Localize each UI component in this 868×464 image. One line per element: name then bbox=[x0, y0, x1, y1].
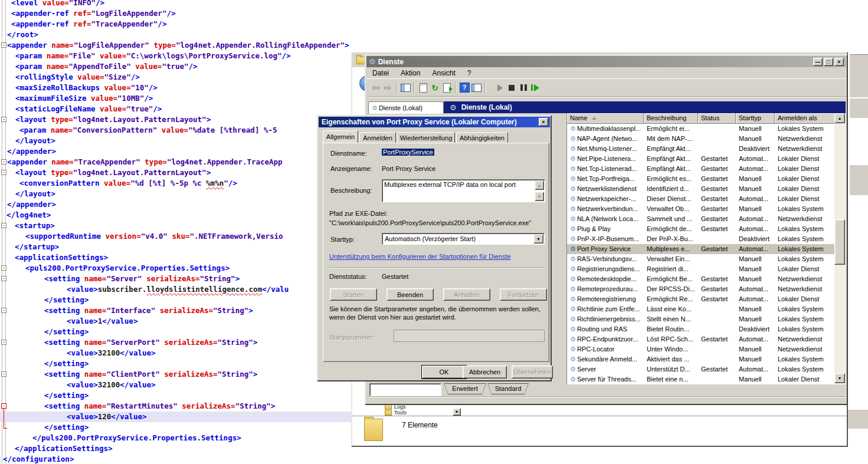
start-service-icon[interactable] bbox=[494, 83, 506, 93]
dialog-title-bar[interactable]: Eigenschaften von Port Proxy Service (Lo… bbox=[319, 117, 550, 127]
tab-wiederherstellung[interactable]: Wiederherstellung bbox=[397, 132, 455, 143]
starten-button[interactable]: Starten bbox=[330, 288, 377, 301]
close-button[interactable]: × bbox=[834, 58, 844, 66]
service-row[interactable]: ⚙ServerUnterstützt D...GestartetAutomat.… bbox=[567, 364, 835, 374]
column-header-anmelden[interactable]: Anmelden als bbox=[775, 113, 835, 124]
anhalten-button[interactable]: Anhalten bbox=[443, 288, 490, 301]
starttyp-combobox[interactable]: Automatisch (Verzögerter Start) ▼ bbox=[382, 233, 545, 245]
back-icon[interactable]: ⇦ bbox=[370, 83, 382, 93]
explorer-folder-item[interactable]: Tools bbox=[385, 410, 461, 416]
fold-toggle-icon[interactable]: - bbox=[1, 42, 6, 48]
service-row[interactable]: ⚙Net.Pipe-Listenera...Empfängt Akt...Ges… bbox=[567, 154, 835, 164]
code-line: <value>120</value> bbox=[0, 412, 352, 422]
table-scrollbar[interactable]: ▲ ▼ bbox=[834, 113, 845, 383]
console-tree-icon[interactable] bbox=[399, 83, 411, 93]
service-row[interactable]: ⚙Remoteprozedurau...Der RPCSS-Di...Gesta… bbox=[567, 284, 835, 294]
menu-ansicht[interactable]: Ansicht bbox=[426, 69, 461, 77]
help-icon[interactable]: ? bbox=[458, 83, 470, 93]
fold-toggle-icon[interactable]: - bbox=[1, 340, 6, 345]
service-row[interactable]: ⚙RemoteregistrierungErmöglicht Re...Gest… bbox=[567, 294, 835, 304]
service-row[interactable]: ⚙NAP-Agent (Netwo...Mit dem NAP-...Manue… bbox=[567, 134, 835, 144]
fold-toggle-icon[interactable]: - bbox=[1, 117, 6, 122]
service-row[interactable]: ⚙NLA (Network Loca...Sammelt und ...Gest… bbox=[567, 214, 835, 224]
service-row[interactable]: ⚙Richtlinienergebniss...Stellt einen N..… bbox=[567, 314, 835, 324]
abbrechen-button[interactable]: Abbrechen bbox=[463, 366, 507, 379]
scroll-down-icon[interactable]: ▼ bbox=[535, 192, 544, 201]
refresh-icon[interactable]: ↻ bbox=[429, 83, 441, 93]
startoptions-help-link[interactable]: Unterstützung beim Konfigurieren der Sta… bbox=[329, 253, 511, 260]
maximize-button[interactable]: □ bbox=[824, 58, 833, 66]
fold-toggle-icon[interactable]: - bbox=[1, 159, 6, 164]
service-row[interactable]: ⚙Server für Threads...Bietet eine n...Ma… bbox=[567, 374, 835, 384]
service-cell: ⚙RPC-Endpunktzuor... bbox=[567, 334, 644, 344]
service-cell: Lokaler Dienst bbox=[775, 264, 835, 274]
service-row[interactable]: ⚙Net.Tcp-Portfreiga...Ermöglicht es...Ge… bbox=[567, 174, 835, 184]
service-row[interactable]: ⚙Sekundäre Anmeld...Aktiviert das ...Man… bbox=[567, 354, 835, 364]
tab-standard[interactable]: Standard bbox=[487, 383, 529, 394]
service-row[interactable]: ⚙Netzwerkverbindun...Verwaltet Ob...Gest… bbox=[567, 204, 835, 214]
export-list-icon[interactable] bbox=[441, 83, 453, 93]
stop-service-icon[interactable] bbox=[506, 83, 517, 93]
console-tree-tab[interactable]: ⚙ Dienste (Lokal) bbox=[368, 101, 444, 114]
service-gear-icon: ⚙ bbox=[570, 135, 576, 142]
scroll-up-button[interactable]: ▲ bbox=[834, 113, 845, 123]
show-window-icon[interactable] bbox=[470, 83, 482, 93]
service-row[interactable]: ⚙Registrierungsdiens...Registriert di...… bbox=[567, 264, 835, 274]
tab-erweitert[interactable]: Erweitert bbox=[444, 383, 486, 394]
menu-datei[interactable]: Datei bbox=[366, 69, 395, 77]
close-icon[interactable]: × bbox=[539, 118, 548, 126]
menu-hilfe[interactable]: ? bbox=[461, 69, 477, 77]
service-row[interactable]: ⚙Netzwerkspeicher-...Dieser Dienst...Ges… bbox=[567, 194, 835, 204]
tab-abhaengigkeiten[interactable]: Abhängigkeiten bbox=[456, 132, 508, 143]
uebernehmen-button[interactable]: Übernehmen bbox=[512, 366, 553, 379]
minimize-button[interactable]: — bbox=[813, 58, 823, 66]
scrollbar-thumb[interactable] bbox=[834, 219, 845, 265]
service-row[interactable]: ⚙Port Proxy ServiceMultiplexes e...Gesta… bbox=[567, 244, 835, 254]
service-row[interactable]: ⚙Remotedesktopdie...Ermöglicht Be...Gest… bbox=[567, 274, 835, 284]
scroll-up-icon[interactable]: ▲ bbox=[535, 180, 544, 190]
column-header-starttyp[interactable]: Starttyp bbox=[736, 113, 775, 124]
service-row[interactable]: ⚙NetzwerklistendienstIdentifiziert d...G… bbox=[567, 184, 835, 194]
service-cell: ⚙Net.Pipe-Listenera... bbox=[567, 154, 644, 164]
chevron-down-icon[interactable]: ▼ bbox=[533, 234, 543, 243]
service-gear-icon: ⚙ bbox=[570, 325, 576, 333]
code-line: <rollingStyle value="Size"/> bbox=[0, 72, 140, 83]
service-row[interactable]: ⚙Net.Msmq-Listener...Empfängt Akt...Deak… bbox=[567, 144, 835, 154]
menu-aktion[interactable]: Aktion bbox=[395, 69, 426, 77]
service-row[interactable]: ⚙RPC-Endpunktzuor...Löst RPC-Sch...Gesta… bbox=[567, 334, 835, 344]
service-row[interactable]: ⚙Plug & PlayErmöglicht de...GestartetAut… bbox=[567, 224, 835, 234]
beenden-button[interactable]: Beenden bbox=[386, 288, 434, 301]
properties-icon[interactable] bbox=[417, 83, 429, 93]
column-header-name[interactable]: Name bbox=[567, 113, 644, 124]
fold-toggle-icon[interactable]: - bbox=[1, 170, 6, 175]
fold-toggle-icon[interactable]: - bbox=[1, 308, 6, 313]
service-row[interactable]: ⚙Multimediaklassenpl...Ermöglicht ei...M… bbox=[567, 124, 835, 134]
tab-anmelden[interactable]: Anmelden bbox=[359, 132, 396, 143]
beschreibung-textarea[interactable]: Multiplexes external TCP/IP data on loca… bbox=[382, 179, 545, 202]
service-row[interactable]: ⚙Net.Tcp-Listenerad...Empfängt Akt...Ges… bbox=[567, 164, 835, 174]
fold-toggle-icon[interactable]: - bbox=[1, 265, 6, 271]
service-row[interactable]: ⚙RPC-LocatorUnter Windo...ManuellNetzwer… bbox=[567, 344, 835, 354]
fold-toggle-icon[interactable]: - bbox=[1, 276, 6, 281]
service-cell: ⚙Net.Tcp-Portfreiga... bbox=[567, 174, 644, 184]
service-row[interactable]: ⚙RAS-Verbindungsv...Verwaltet Ein...Manu… bbox=[567, 254, 835, 264]
pause-service-icon[interactable] bbox=[517, 83, 529, 93]
ok-button[interactable]: OK bbox=[422, 366, 466, 379]
fold-toggle-current-icon[interactable]: - bbox=[1, 403, 6, 409]
fold-toggle-icon[interactable]: - bbox=[1, 223, 6, 228]
fold-toggle-icon[interactable]: - bbox=[1, 371, 6, 377]
fortsetzen-button[interactable]: Fortsetzen bbox=[500, 288, 547, 301]
column-header-beschreibung[interactable]: Beschreibung bbox=[644, 113, 698, 124]
service-cell bbox=[698, 254, 736, 264]
service-row[interactable]: ⚙Routing und RASBietet Routin...Deaktivi… bbox=[567, 324, 835, 334]
dropdown-button[interactable]: ▼ bbox=[453, 408, 461, 416]
startparameter-input[interactable] bbox=[394, 330, 545, 342]
column-header-status[interactable]: Status bbox=[698, 113, 736, 124]
tab-allgemein[interactable]: Allgemein bbox=[323, 130, 358, 143]
forward-icon[interactable]: ⇨ bbox=[382, 83, 394, 93]
restart-service-icon[interactable] bbox=[529, 83, 541, 93]
service-row[interactable]: ⚙Richtlinie zum Entfe...Lässt eine Ko...… bbox=[567, 304, 835, 314]
scroll-down-button[interactable]: ▼ bbox=[834, 373, 845, 383]
services-title-bar[interactable]: ⚙ Dienste — □ × bbox=[366, 56, 846, 67]
service-row[interactable]: ⚙PnP-X-IP-Busenum...Der PnP-X-Bu...Deakt… bbox=[567, 234, 835, 244]
